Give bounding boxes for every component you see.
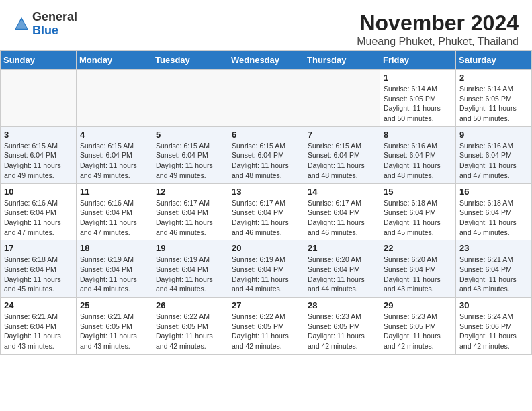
day-number: 7 — [308, 130, 376, 140]
day-number: 21 — [308, 243, 376, 253]
day-number: 5 — [156, 130, 224, 140]
day-number: 2 — [459, 73, 528, 83]
calendar-day-cell: 10Sunrise: 6:16 AM Sunset: 6:04 PM Dayli… — [1, 183, 77, 240]
day-number: 16 — [459, 187, 528, 197]
day-info: Sunrise: 6:22 AM Sunset: 6:05 PM Dayligh… — [156, 312, 224, 351]
calendar-day-cell — [152, 70, 228, 127]
day-info: Sunrise: 6:21 AM Sunset: 6:05 PM Dayligh… — [80, 312, 148, 351]
day-info: Sunrise: 6:20 AM Sunset: 6:04 PM Dayligh… — [308, 255, 376, 294]
day-info: Sunrise: 6:16 AM Sunset: 6:04 PM Dayligh… — [4, 198, 73, 238]
day-number: 1 — [384, 73, 452, 83]
day-info: Sunrise: 6:20 AM Sunset: 6:04 PM Dayligh… — [384, 255, 452, 294]
day-info: Sunrise: 6:15 AM Sunset: 6:04 PM Dayligh… — [156, 141, 224, 181]
day-number: 23 — [459, 243, 528, 253]
day-info: Sunrise: 6:18 AM Sunset: 6:04 PM Dayligh… — [459, 198, 528, 238]
calendar-day-cell: 21Sunrise: 6:20 AM Sunset: 6:04 PM Dayli… — [304, 240, 380, 298]
calendar-day-cell: 30Sunrise: 6:24 AM Sunset: 6:06 PM Dayli… — [456, 298, 532, 355]
day-number: 15 — [384, 187, 452, 197]
calendar-week-row: 17Sunrise: 6:18 AM Sunset: 6:04 PM Dayli… — [1, 240, 532, 298]
calendar-day-cell: 5Sunrise: 6:15 AM Sunset: 6:04 PM Daylig… — [152, 126, 228, 183]
day-info: Sunrise: 6:16 AM Sunset: 6:04 PM Dayligh… — [459, 141, 528, 181]
logo-icon — [13, 16, 30, 32]
calendar-body: 1Sunrise: 6:14 AM Sunset: 6:05 PM Daylig… — [1, 70, 532, 355]
column-header-thursday: Thursday — [304, 51, 380, 70]
calendar-week-row: 10Sunrise: 6:16 AM Sunset: 6:04 PM Dayli… — [1, 183, 532, 240]
day-number: 9 — [459, 130, 528, 140]
calendar-day-cell: 11Sunrise: 6:16 AM Sunset: 6:04 PM Dayli… — [77, 183, 152, 240]
day-info: Sunrise: 6:14 AM Sunset: 6:05 PM Dayligh… — [459, 84, 528, 124]
calendar-day-cell: 7Sunrise: 6:15 AM Sunset: 6:04 PM Daylig… — [304, 126, 380, 183]
calendar-day-cell — [228, 70, 304, 127]
location-title: Mueang Phuket, Phuket, Thailand — [357, 36, 519, 48]
column-header-monday: Monday — [77, 51, 152, 70]
day-info: Sunrise: 6:17 AM Sunset: 6:04 PM Dayligh… — [232, 198, 300, 238]
day-info: Sunrise: 6:21 AM Sunset: 6:04 PM Dayligh… — [4, 312, 73, 351]
calendar-day-cell: 14Sunrise: 6:17 AM Sunset: 6:04 PM Dayli… — [304, 183, 380, 240]
day-info: Sunrise: 6:23 AM Sunset: 6:05 PM Dayligh… — [384, 312, 452, 351]
calendar-week-row: 3Sunrise: 6:15 AM Sunset: 6:04 PM Daylig… — [1, 126, 532, 183]
column-header-saturday: Saturday — [456, 51, 532, 70]
day-info: Sunrise: 6:19 AM Sunset: 6:04 PM Dayligh… — [80, 255, 148, 294]
calendar-day-cell: 29Sunrise: 6:23 AM Sunset: 6:05 PM Dayli… — [380, 298, 456, 355]
day-number: 17 — [4, 243, 73, 253]
calendar-week-row: 1Sunrise: 6:14 AM Sunset: 6:05 PM Daylig… — [1, 70, 532, 127]
day-info: Sunrise: 6:15 AM Sunset: 6:04 PM Dayligh… — [4, 141, 73, 181]
calendar-day-cell: 16Sunrise: 6:18 AM Sunset: 6:04 PM Dayli… — [456, 183, 532, 240]
calendar-day-cell — [77, 70, 152, 127]
day-info: Sunrise: 6:19 AM Sunset: 6:04 PM Dayligh… — [156, 255, 224, 294]
calendar-day-cell: 12Sunrise: 6:17 AM Sunset: 6:04 PM Dayli… — [152, 183, 228, 240]
calendar-day-cell: 15Sunrise: 6:18 AM Sunset: 6:04 PM Dayli… — [380, 183, 456, 240]
day-number: 13 — [232, 187, 300, 197]
day-info: Sunrise: 6:15 AM Sunset: 6:04 PM Dayligh… — [232, 141, 300, 181]
calendar-day-cell: 13Sunrise: 6:17 AM Sunset: 6:04 PM Dayli… — [228, 183, 304, 240]
day-info: Sunrise: 6:15 AM Sunset: 6:04 PM Dayligh… — [80, 141, 148, 181]
calendar-day-cell: 2Sunrise: 6:14 AM Sunset: 6:05 PM Daylig… — [456, 70, 532, 127]
calendar-day-cell: 26Sunrise: 6:22 AM Sunset: 6:05 PM Dayli… — [152, 298, 228, 355]
day-number: 25 — [80, 300, 148, 310]
calendar-day-cell: 4Sunrise: 6:15 AM Sunset: 6:04 PM Daylig… — [77, 126, 152, 183]
day-info: Sunrise: 6:19 AM Sunset: 6:04 PM Dayligh… — [232, 255, 300, 294]
day-info: Sunrise: 6:14 AM Sunset: 6:05 PM Dayligh… — [384, 84, 452, 124]
day-info: Sunrise: 6:22 AM Sunset: 6:05 PM Dayligh… — [232, 312, 300, 351]
column-header-tuesday: Tuesday — [152, 51, 228, 70]
page-header: General Blue November 2024 Mueang Phuket… — [0, 0, 532, 50]
logo: General Blue — [13, 11, 77, 38]
day-number: 29 — [384, 300, 452, 310]
calendar-day-cell — [304, 70, 380, 127]
day-number: 26 — [156, 300, 224, 310]
day-info: Sunrise: 6:16 AM Sunset: 6:04 PM Dayligh… — [384, 141, 452, 181]
logo-general-text: General — [32, 10, 77, 24]
calendar-day-cell: 23Sunrise: 6:21 AM Sunset: 6:04 PM Dayli… — [456, 240, 532, 298]
calendar-day-cell: 28Sunrise: 6:23 AM Sunset: 6:05 PM Dayli… — [304, 298, 380, 355]
calendar-day-cell: 20Sunrise: 6:19 AM Sunset: 6:04 PM Dayli… — [228, 240, 304, 298]
calendar-day-cell: 6Sunrise: 6:15 AM Sunset: 6:04 PM Daylig… — [228, 126, 304, 183]
calendar-table: SundayMondayTuesdayWednesdayThursdayFrid… — [0, 50, 532, 355]
day-number: 18 — [80, 243, 148, 253]
calendar-day-cell: 27Sunrise: 6:22 AM Sunset: 6:05 PM Dayli… — [228, 298, 304, 355]
day-number: 22 — [384, 243, 452, 253]
column-header-wednesday: Wednesday — [228, 51, 304, 70]
day-number: 4 — [80, 130, 148, 140]
column-header-sunday: Sunday — [1, 51, 77, 70]
month-title: November 2024 — [357, 11, 519, 36]
day-number: 27 — [232, 300, 300, 310]
day-number: 10 — [4, 187, 73, 197]
calendar-day-cell: 22Sunrise: 6:20 AM Sunset: 6:04 PM Dayli… — [380, 240, 456, 298]
logo-blue-text: Blue — [32, 24, 58, 37]
calendar-day-cell: 18Sunrise: 6:19 AM Sunset: 6:04 PM Dayli… — [77, 240, 152, 298]
day-number: 30 — [459, 300, 528, 310]
calendar-day-cell: 19Sunrise: 6:19 AM Sunset: 6:04 PM Dayli… — [152, 240, 228, 298]
calendar-day-cell — [1, 70, 77, 127]
day-info: Sunrise: 6:18 AM Sunset: 6:04 PM Dayligh… — [384, 198, 452, 238]
day-number: 24 — [4, 300, 73, 310]
day-info: Sunrise: 6:17 AM Sunset: 6:04 PM Dayligh… — [308, 198, 376, 238]
day-info: Sunrise: 6:23 AM Sunset: 6:05 PM Dayligh… — [308, 312, 376, 351]
day-info: Sunrise: 6:15 AM Sunset: 6:04 PM Dayligh… — [308, 141, 376, 181]
day-number: 6 — [232, 130, 300, 140]
day-number: 11 — [80, 187, 148, 197]
calendar-day-cell: 3Sunrise: 6:15 AM Sunset: 6:04 PM Daylig… — [1, 126, 77, 183]
day-number: 3 — [4, 130, 73, 140]
svg-marker-1 — [15, 19, 27, 29]
day-number: 14 — [308, 187, 376, 197]
calendar-day-cell: 25Sunrise: 6:21 AM Sunset: 6:05 PM Dayli… — [77, 298, 152, 355]
